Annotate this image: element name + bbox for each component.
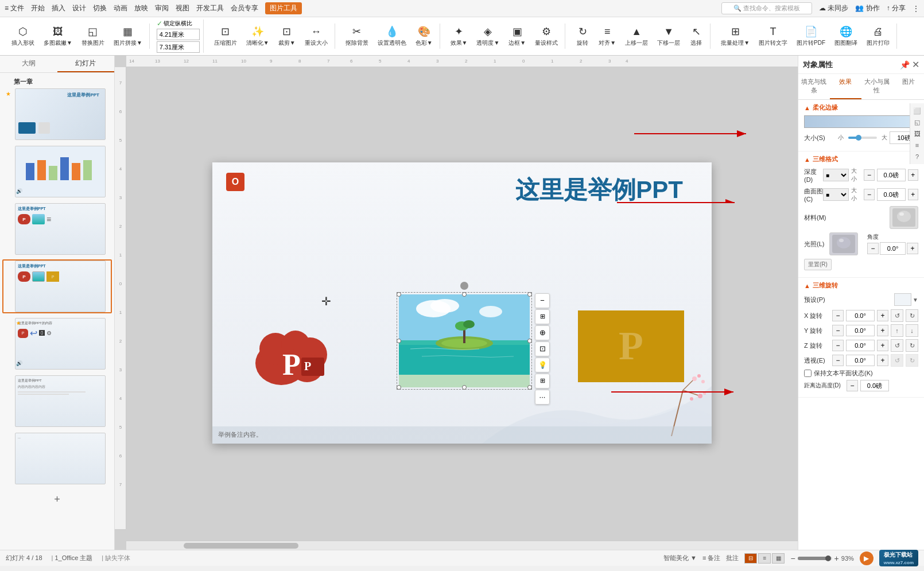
menu-home[interactable]: 开始 [31, 3, 45, 13]
angle-plus-btn[interactable]: + [907, 243, 918, 254]
preset-picker[interactable] [894, 293, 911, 306]
h-scroll-thumb[interactable] [184, 543, 298, 549]
border-btn[interactable]: ▣ 边框▼ [505, 24, 529, 49]
side-icon-3[interactable]: 🖼 [912, 129, 922, 139]
x-rotate-left-btn[interactable]: ↺ [891, 309, 903, 322]
y-rotate-down-btn[interactable]: ↓ [906, 324, 918, 337]
lighting-picker[interactable] [829, 232, 858, 255]
handle-bl[interactable] [397, 385, 401, 390]
tab-effect[interactable]: 效果 [830, 74, 861, 99]
zoom-slider[interactable] [798, 557, 832, 560]
resize-btn[interactable]: ↔ 重设大小 [301, 24, 331, 49]
perspective-input[interactable] [846, 355, 875, 366]
rotate-btn[interactable]: ↻ 旋转 [572, 24, 593, 49]
handle-mr[interactable] [527, 339, 532, 343]
slide-viewport[interactable]: O 这里是举例PPT P [126, 67, 798, 538]
menu-transition[interactable]: 切换 [93, 3, 107, 13]
x-plus-btn[interactable]: + [877, 310, 888, 321]
z-rotate-left-btn[interactable]: ↺ [891, 339, 903, 352]
zoom-in-btn[interactable]: + [834, 554, 839, 563]
side-icon-2[interactable]: ◱ [912, 117, 922, 127]
sync-btn[interactable]: ☁ 未同步 [819, 3, 848, 13]
slide-item-3[interactable]: 3 这里是举例PPT P ≡ [2, 202, 112, 256]
slide-item-6[interactable]: 6 这里是举例PPT 内容内容内容内容 [2, 374, 112, 428]
perspective-btn-2[interactable]: ↻ [906, 354, 918, 367]
float-btn-light[interactable]: 💡 [535, 358, 550, 372]
comment-btn[interactable]: 批注 [726, 554, 739, 562]
font-warning[interactable]: | 缺失字体 [102, 554, 130, 562]
transparency2-btn[interactable]: ◈ 透明度▼ [473, 24, 503, 49]
view-slide-btn[interactable]: ▦ [772, 553, 785, 564]
handle-br[interactable] [527, 385, 532, 390]
height-input[interactable] [157, 41, 200, 53]
compress-btn[interactable]: ⊡ 压缩图片 [211, 24, 240, 49]
y-plus-btn[interactable]: + [877, 325, 888, 336]
panel-close-icon[interactable]: ✕ [912, 59, 919, 70]
view-normal-btn[interactable]: ⊟ [744, 553, 757, 564]
material-picker[interactable] [890, 206, 918, 229]
remove-bg-btn[interactable]: ✂ 抠除背景 [342, 24, 372, 49]
side-icon-4[interactable]: ≡ [912, 140, 922, 150]
menu-image-tools[interactable]: 图片工具 [265, 2, 302, 14]
panel-pin-icon[interactable]: 📌 [900, 60, 910, 69]
float-btn-crop[interactable]: ⊡ [535, 341, 550, 356]
curve-plus-btn[interactable]: + [908, 189, 918, 200]
perspective-plus-btn[interactable]: + [877, 355, 888, 366]
handle-ml[interactable] [397, 339, 401, 343]
transparency-btn[interactable]: 💧 设置透明色 [374, 24, 410, 49]
menu-member[interactable]: 会员专享 [231, 3, 258, 13]
curve-select[interactable]: ■ [823, 188, 849, 201]
add-slide-btn[interactable]: + [2, 489, 112, 510]
keep-text-checkbox[interactable] [804, 370, 812, 377]
z-rotation-input[interactable] [846, 340, 875, 351]
menu-review[interactable]: 审阅 [155, 3, 169, 13]
slide-item-4[interactable]: 4 这里是举例PPT P P [2, 259, 112, 313]
reset-btn[interactable]: 里置(R) [804, 259, 832, 270]
distance-input[interactable] [860, 380, 889, 391]
float-btn-minus[interactable]: − [535, 293, 550, 308]
menu-file[interactable]: ≡ 文件 [5, 3, 24, 13]
beach-image-container[interactable] [399, 294, 530, 387]
multi-crop-btn[interactable]: ◱ 替换图片 [78, 24, 108, 49]
menu-view[interactable]: 视图 [176, 3, 189, 13]
beautify-btn[interactable]: 智能美化 ▼ [663, 554, 697, 562]
crop-btn[interactable]: ⊡ 裁剪▼ [275, 24, 299, 49]
distance-minus-btn[interactable]: − [847, 380, 858, 391]
share-btn[interactable]: ↑ 分享 [887, 3, 906, 13]
more-btn[interactable]: ⋮ [913, 5, 919, 13]
play-btn[interactable]: ▶ [860, 551, 873, 565]
tab-slides[interactable]: 幻灯片 [57, 56, 115, 72]
handle-tl[interactable] [397, 292, 401, 297]
clear-btn[interactable]: ✨ 清晰化▼ [243, 24, 273, 49]
rotate-handle[interactable] [460, 282, 468, 290]
slide-item-2[interactable]: 2 🔊 [2, 145, 112, 199]
tab-picture[interactable]: 图片 [892, 74, 924, 99]
perspective-btn-1[interactable]: ↺ [891, 354, 903, 367]
set-style-btn[interactable]: ⚙ 量设样式 [531, 24, 561, 49]
menu-insert[interactable]: 插入 [52, 3, 65, 13]
z-minus-btn[interactable]: − [832, 340, 844, 351]
curve-minus-btn[interactable]: − [864, 189, 874, 200]
angle-input[interactable] [880, 242, 906, 255]
slide-item-5[interactable]: 5 这里是举例PPT的内容 P ↩ 🅾 ⚙ ★ 🔊 [2, 317, 112, 371]
tab-fill-line[interactable]: 填充与线条 [798, 74, 830, 99]
to-pdf-btn[interactable]: 📄 图片转PDF [793, 24, 829, 49]
z-rotate-right-btn[interactable]: ↻ [906, 339, 918, 352]
insert-shape-btn[interactable]: ⬡ 插入形状 [8, 24, 38, 49]
replace-image-btn[interactable]: 🖼 多图裁撇▼ [40, 24, 76, 49]
menu-design[interactable]: 设计 [72, 3, 86, 13]
tab-size-prop[interactable]: 大小与属性 [861, 74, 893, 99]
image-tile-btn[interactable]: ▦ 图片拼接▼ [110, 24, 146, 49]
menu-slideshow[interactable]: 放映 [134, 3, 148, 13]
three-d-rotation-collapse[interactable]: ▲ [804, 282, 810, 289]
curve-input[interactable] [877, 188, 906, 201]
z-plus-btn[interactable]: + [877, 340, 888, 351]
to-text-btn[interactable]: T 图片转文字 [755, 24, 791, 49]
handle-tm[interactable] [462, 292, 467, 297]
search-box[interactable]: 🔍 查找命令、搜索模板 [721, 2, 812, 14]
zoom-out-btn[interactable]: − [790, 554, 795, 563]
x-rotation-input[interactable] [846, 310, 875, 321]
view-outline-btn[interactable]: ≡ [758, 553, 771, 564]
y-rotation-input[interactable] [846, 325, 875, 336]
side-icon-1[interactable]: ⬜ [912, 106, 922, 116]
